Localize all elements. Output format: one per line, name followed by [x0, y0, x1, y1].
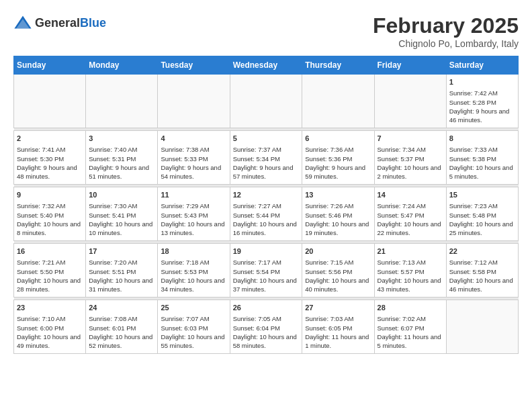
day-number: 27 — [305, 303, 371, 313]
day-info: Sunrise: 7:12 AM Sunset: 5:58 PM Dayligh… — [449, 258, 515, 293]
day-header-wednesday: Wednesday — [230, 56, 302, 75]
calendar-day-cell: 5Sunrise: 7:37 AM Sunset: 5:34 PM Daylig… — [230, 131, 302, 185]
day-info: Sunrise: 7:05 AM Sunset: 6:04 PM Dayligh… — [233, 314, 300, 350]
day-number: 21 — [378, 246, 443, 257]
day-info: Sunrise: 7:38 AM Sunset: 5:33 PM Dayligh… — [161, 145, 226, 181]
calendar-day-cell: 13Sunrise: 7:26 AM Sunset: 5:46 PM Dayli… — [302, 187, 374, 241]
day-number: 28 — [378, 303, 443, 313]
calendar-day-cell: 3Sunrise: 7:40 AM Sunset: 5:31 PM Daylig… — [86, 131, 158, 185]
logo-blue: Blue — [80, 16, 106, 30]
day-info: Sunrise: 7:23 AM Sunset: 5:48 PM Dayligh… — [449, 201, 515, 237]
day-info: Sunrise: 7:03 AM Sunset: 6:05 PM Dayligh… — [305, 314, 371, 350]
day-info: Sunrise: 7:40 AM Sunset: 5:31 PM Dayligh… — [89, 145, 154, 181]
title-area: February 2025 Chignolo Po, Lombardy, Ita… — [373, 13, 519, 49]
day-info: Sunrise: 7:13 AM Sunset: 5:57 PM Dayligh… — [378, 258, 443, 293]
day-info: Sunrise: 7:36 AM Sunset: 5:36 PM Dayligh… — [305, 145, 371, 181]
calendar-day-cell: 27Sunrise: 7:03 AM Sunset: 6:05 PM Dayli… — [302, 300, 374, 354]
calendar-day-cell — [230, 75, 302, 128]
calendar-day-cell — [86, 75, 158, 128]
calendar-day-cell: 20Sunrise: 7:15 AM Sunset: 5:56 PM Dayli… — [302, 244, 374, 298]
calendar-day-cell: 4Sunrise: 7:38 AM Sunset: 5:33 PM Daylig… — [158, 131, 230, 185]
day-number: 25 — [161, 303, 226, 313]
calendar-day-cell — [158, 75, 230, 128]
day-number: 11 — [161, 190, 226, 200]
calendar-day-cell: 9Sunrise: 7:32 AM Sunset: 5:40 PM Daylig… — [14, 187, 86, 241]
day-number: 20 — [305, 246, 371, 257]
day-number: 10 — [89, 190, 154, 200]
day-header-friday: Friday — [374, 56, 446, 75]
calendar-day-cell: 1Sunrise: 7:42 AM Sunset: 5:28 PM Daylig… — [446, 75, 518, 128]
day-info: Sunrise: 7:08 AM Sunset: 6:01 PM Dayligh… — [89, 314, 154, 350]
day-info: Sunrise: 7:29 AM Sunset: 5:43 PM Dayligh… — [161, 201, 226, 237]
day-header-saturday: Saturday — [446, 56, 518, 75]
calendar-day-cell: 26Sunrise: 7:05 AM Sunset: 6:04 PM Dayli… — [230, 300, 302, 354]
calendar-week-row: 1Sunrise: 7:42 AM Sunset: 5:28 PM Daylig… — [14, 75, 519, 128]
calendar-day-cell: 22Sunrise: 7:12 AM Sunset: 5:58 PM Dayli… — [446, 244, 518, 298]
day-number: 3 — [89, 134, 154, 144]
calendar-day-cell — [302, 75, 374, 128]
day-number: 26 — [233, 303, 300, 313]
day-number: 17 — [89, 246, 154, 257]
calendar-day-cell: 28Sunrise: 7:02 AM Sunset: 6:07 PM Dayli… — [374, 300, 446, 354]
day-number: 14 — [378, 190, 443, 200]
calendar-day-cell: 21Sunrise: 7:13 AM Sunset: 5:57 PM Dayli… — [374, 244, 446, 298]
calendar-day-cell: 19Sunrise: 7:17 AM Sunset: 5:54 PM Dayli… — [230, 244, 302, 298]
calendar-day-cell: 16Sunrise: 7:21 AM Sunset: 5:50 PM Dayli… — [14, 244, 86, 298]
day-number: 5 — [233, 134, 300, 144]
calendar-day-cell: 6Sunrise: 7:36 AM Sunset: 5:36 PM Daylig… — [302, 131, 374, 185]
calendar-day-cell: 10Sunrise: 7:30 AM Sunset: 5:41 PM Dayli… — [86, 187, 158, 241]
calendar-day-cell: 15Sunrise: 7:23 AM Sunset: 5:48 PM Dayli… — [446, 187, 518, 241]
day-number: 6 — [305, 134, 371, 144]
logo-text: GeneralBlue — [35, 16, 106, 30]
main-title: February 2025 — [373, 13, 519, 38]
day-info: Sunrise: 7:26 AM Sunset: 5:46 PM Dayligh… — [305, 201, 371, 237]
day-number: 16 — [17, 246, 83, 257]
calendar-header-row: SundayMondayTuesdayWednesdayThursdayFrid… — [14, 56, 519, 75]
calendar-day-cell: 18Sunrise: 7:18 AM Sunset: 5:53 PM Dayli… — [158, 244, 230, 298]
day-number: 2 — [17, 134, 83, 144]
day-number: 1 — [449, 77, 515, 87]
calendar-table: SundayMondayTuesdayWednesdayThursdayFrid… — [13, 56, 519, 354]
day-info: Sunrise: 7:10 AM Sunset: 6:00 PM Dayligh… — [17, 314, 83, 350]
day-info: Sunrise: 7:27 AM Sunset: 5:44 PM Dayligh… — [233, 201, 300, 237]
day-number: 24 — [89, 303, 154, 313]
logo: GeneralBlue — [13, 13, 106, 32]
calendar-day-cell — [446, 300, 518, 354]
calendar-day-cell: 7Sunrise: 7:34 AM Sunset: 5:37 PM Daylig… — [374, 131, 446, 185]
day-number: 8 — [449, 134, 515, 144]
calendar-week-row: 9Sunrise: 7:32 AM Sunset: 5:40 PM Daylig… — [14, 187, 519, 241]
day-info: Sunrise: 7:42 AM Sunset: 5:28 PM Dayligh… — [449, 89, 515, 124]
day-info: Sunrise: 7:34 AM Sunset: 5:37 PM Dayligh… — [378, 145, 443, 181]
calendar-week-row: 23Sunrise: 7:10 AM Sunset: 6:00 PM Dayli… — [14, 300, 519, 354]
day-number: 13 — [305, 190, 371, 200]
day-number: 12 — [233, 190, 300, 200]
day-info: Sunrise: 7:07 AM Sunset: 6:03 PM Dayligh… — [161, 314, 226, 350]
day-info: Sunrise: 7:33 AM Sunset: 5:38 PM Dayligh… — [449, 145, 515, 181]
day-header-tuesday: Tuesday — [158, 56, 230, 75]
calendar-day-cell: 12Sunrise: 7:27 AM Sunset: 5:44 PM Dayli… — [230, 187, 302, 241]
logo-icon — [13, 13, 32, 32]
day-number: 4 — [161, 134, 226, 144]
day-info: Sunrise: 7:02 AM Sunset: 6:07 PM Dayligh… — [378, 314, 443, 350]
day-header-sunday: Sunday — [14, 56, 86, 75]
sub-title: Chignolo Po, Lombardy, Italy — [373, 38, 519, 49]
calendar-day-cell — [14, 75, 86, 128]
calendar-week-row: 16Sunrise: 7:21 AM Sunset: 5:50 PM Dayli… — [14, 244, 519, 298]
day-number: 23 — [17, 303, 83, 313]
calendar-day-cell — [374, 75, 446, 128]
day-info: Sunrise: 7:18 AM Sunset: 5:53 PM Dayligh… — [161, 258, 226, 293]
day-info: Sunrise: 7:30 AM Sunset: 5:41 PM Dayligh… — [89, 201, 154, 237]
day-info: Sunrise: 7:24 AM Sunset: 5:47 PM Dayligh… — [378, 201, 443, 237]
day-number: 22 — [449, 246, 515, 257]
day-info: Sunrise: 7:21 AM Sunset: 5:50 PM Dayligh… — [17, 258, 83, 293]
day-number: 7 — [378, 134, 443, 144]
day-number: 15 — [449, 190, 515, 200]
calendar-day-cell: 14Sunrise: 7:24 AM Sunset: 5:47 PM Dayli… — [374, 187, 446, 241]
day-number: 19 — [233, 246, 300, 257]
day-number: 9 — [17, 190, 83, 200]
day-header-thursday: Thursday — [302, 56, 374, 75]
calendar-week-row: 2Sunrise: 7:41 AM Sunset: 5:30 PM Daylig… — [14, 131, 519, 185]
calendar-day-cell: 8Sunrise: 7:33 AM Sunset: 5:38 PM Daylig… — [446, 131, 518, 185]
calendar-day-cell: 23Sunrise: 7:10 AM Sunset: 6:00 PM Dayli… — [14, 300, 86, 354]
day-info: Sunrise: 7:32 AM Sunset: 5:40 PM Dayligh… — [17, 201, 83, 237]
